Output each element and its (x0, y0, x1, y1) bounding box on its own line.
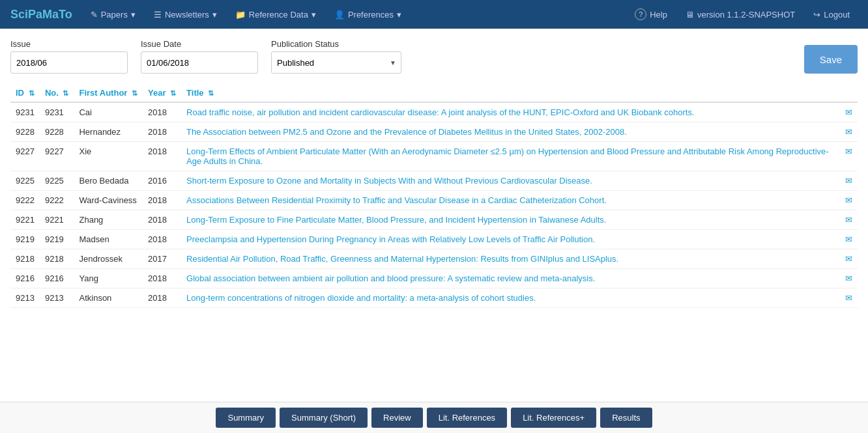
sort-id-icon: ⇅ (29, 89, 35, 98)
cell-year: 2016 (143, 171, 181, 191)
table-row: 9221 9221 Zhang 2018 Long-Term Exposure … (10, 210, 858, 230)
cell-email[interactable]: ✉ (840, 191, 858, 210)
issue-input[interactable] (10, 51, 128, 74)
paper-title-link[interactable]: The Association between PM2.5 and Ozone … (186, 127, 627, 137)
help-icon: ? (635, 8, 646, 20)
cell-title: Short-term Exposure to Ozone and Mortali… (181, 171, 840, 191)
col-actions (840, 84, 858, 102)
caret-icon: ▾ (311, 10, 316, 20)
cell-email[interactable]: ✉ (840, 249, 858, 269)
table-row: 9219 9219 Madsen 2018 Preeclampsia and H… (10, 230, 858, 249)
cell-title: Preeclampsia and Hypertension During Pre… (181, 230, 840, 249)
pub-status-label: Publication Status (271, 39, 401, 49)
cell-no: 9222 (40, 191, 74, 210)
paper-title-link[interactable]: Preeclampsia and Hypertension During Pre… (186, 234, 595, 244)
cell-year: 2018 (143, 210, 181, 230)
cell-email[interactable]: ✉ (840, 171, 858, 191)
paper-title-link[interactable]: Long-Term Exposure to Fine Particulate M… (186, 215, 606, 225)
cell-first-author: Zhang (74, 210, 143, 230)
paper-title-link[interactable]: Associations Between Residential Proximi… (186, 195, 607, 205)
cell-no: 9227 (40, 142, 74, 171)
monitor-icon: 🖥 (686, 10, 694, 20)
caret-icon: ▾ (397, 10, 401, 20)
cell-year: 2018 (143, 142, 181, 171)
cell-year: 2017 (143, 249, 181, 269)
cell-first-author: Atkinson (74, 288, 143, 308)
cell-title: Long-term concentrations of nitrogen dio… (181, 288, 840, 308)
issue-date-group: Issue Date (141, 39, 258, 74)
cell-email[interactable]: ✉ (840, 102, 858, 122)
issue-group: Issue (10, 39, 128, 74)
cell-email[interactable]: ✉ (840, 230, 858, 249)
pencil-icon: ✎ (91, 10, 98, 20)
logout-icon: ↪ (813, 10, 820, 20)
paper-title-link[interactable]: Long-Term Effects of Ambient Particulate… (186, 147, 829, 166)
col-year[interactable]: Year ⇅ (143, 84, 181, 102)
cell-id: 9222 (10, 191, 40, 210)
cell-email[interactable]: ✉ (840, 269, 858, 288)
cell-no: 9221 (40, 210, 74, 230)
table-body: 9231 9231 Cai 2018 Road traffic noise, a… (10, 102, 858, 308)
paper-title-link[interactable]: Long-term concentrations of nitrogen dio… (186, 293, 536, 303)
cell-id: 9221 (10, 210, 40, 230)
pub-status-select[interactable]: Published WIP Cancelled (271, 51, 401, 74)
user-icon: 👤 (334, 10, 345, 20)
cell-title: Road traffic noise, air pollution and in… (181, 102, 840, 122)
pub-status-group: Publication Status Published WIP Cancell… (271, 39, 401, 74)
nav-help[interactable]: ? Help (627, 0, 675, 29)
navbar: SciPaMaTo ✎ Papers ▾ ☰ Newsletters ▾ 📁 R… (0, 0, 868, 29)
cell-year: 2018 (143, 288, 181, 308)
cell-title: Associations Between Residential Proximi… (181, 191, 840, 210)
nav-papers[interactable]: ✎ Papers ▾ (83, 0, 143, 29)
nav-preferences[interactable]: 👤 Preferences ▾ (326, 0, 409, 29)
sort-author-icon: ⇅ (132, 89, 137, 98)
cell-id: 9218 (10, 249, 40, 269)
paper-title-link[interactable]: Short-term Exposure to Ozone and Mortali… (186, 176, 592, 186)
cell-no: 9225 (40, 171, 74, 191)
cell-id: 9231 (10, 102, 40, 122)
col-no[interactable]: No. ⇅ (40, 84, 74, 102)
cell-id: 9213 (10, 288, 40, 308)
cell-first-author: Bero Bedada (74, 171, 143, 191)
table-row: 9231 9231 Cai 2018 Road traffic noise, a… (10, 102, 858, 122)
col-first-author[interactable]: First Author ⇅ (74, 84, 143, 102)
col-id[interactable]: ID ⇅ (10, 84, 40, 102)
cell-first-author: Hernandez (74, 122, 143, 142)
cell-id: 9227 (10, 142, 40, 171)
cell-email[interactable]: ✉ (840, 288, 858, 308)
nav-newsletters[interactable]: ☰ Newsletters ▾ (146, 0, 225, 29)
cell-no: 9218 (40, 249, 74, 269)
table-header: ID ⇅ No. ⇅ First Author ⇅ Year ⇅ Title ⇅ (10, 84, 858, 102)
cell-year: 2018 (143, 102, 181, 122)
cell-year: 2018 (143, 269, 181, 288)
cell-first-author: Xie (74, 142, 143, 171)
cell-no: 9231 (40, 102, 74, 122)
cell-first-author: Madsen (74, 230, 143, 249)
issue-form: Issue Issue Date Publication Status Publ… (10, 39, 858, 74)
issue-date-label: Issue Date (141, 39, 258, 49)
table-row: 9228 9228 Hernandez 2018 The Association… (10, 122, 858, 142)
pub-status-select-wrap: Published WIP Cancelled (271, 51, 401, 74)
sort-year-icon: ⇅ (170, 89, 176, 98)
cell-email[interactable]: ✉ (840, 122, 858, 142)
issue-date-input[interactable] (141, 51, 258, 74)
paper-title-link[interactable]: Road traffic noise, air pollution and in… (186, 107, 694, 117)
cell-email[interactable]: ✉ (840, 210, 858, 230)
sort-title-icon: ⇅ (208, 89, 214, 98)
paper-title-link[interactable]: Residential Air Pollution, Road Traffic,… (186, 254, 618, 264)
paper-title-link[interactable]: Global association between ambient air p… (186, 273, 595, 283)
cell-title: The Association between PM2.5 and Ozone … (181, 122, 840, 142)
nav-logout[interactable]: ↪ Logout (805, 0, 858, 29)
table-row: 9218 9218 Jendrossek 2017 Residential Ai… (10, 249, 858, 269)
cell-email[interactable]: ✉ (840, 142, 858, 171)
save-button[interactable]: Save (804, 45, 858, 74)
cell-id: 9225 (10, 171, 40, 191)
nav-reference-data[interactable]: 📁 Reference Data ▾ (227, 0, 324, 29)
issue-label: Issue (10, 39, 128, 49)
nav-version: 🖥 version 1.1.2-SNAPSHOT (678, 0, 803, 29)
col-title[interactable]: Title ⇅ (181, 84, 840, 102)
cell-first-author: Yang (74, 269, 143, 288)
newsletter-icon: ☰ (154, 10, 162, 20)
cell-id: 9228 (10, 122, 40, 142)
table-row: 9213 9213 Atkinson 2018 Long-term concen… (10, 288, 858, 308)
